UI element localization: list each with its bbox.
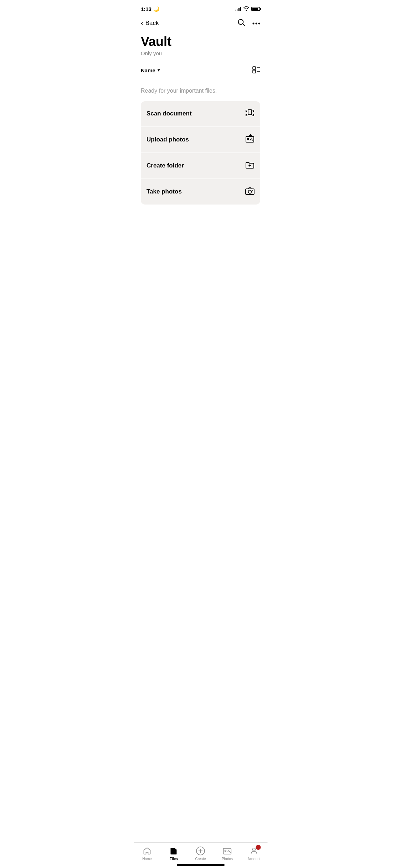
sort-button[interactable]: Name ▾: [141, 67, 160, 73]
create-folder-icon: [245, 160, 255, 171]
back-button[interactable]: ‹ Back: [141, 19, 159, 27]
svg-point-10: [247, 138, 249, 140]
svg-rect-4: [253, 67, 256, 69]
more-icon: [252, 22, 260, 25]
back-label: Back: [145, 20, 159, 27]
svg-point-15: [252, 190, 253, 191]
take-photos-icon: [245, 186, 255, 197]
wifi-icon: [243, 6, 249, 12]
scan-document-card[interactable]: Scan document: [141, 101, 260, 127]
take-photos-card[interactable]: Take photos: [141, 179, 260, 205]
take-photos-label: Take photos: [146, 188, 182, 195]
upload-photos-icon: [245, 134, 255, 145]
nav-bar: ‹ Back: [134, 16, 267, 32]
search-button[interactable]: [237, 19, 245, 27]
svg-point-2: [256, 23, 257, 25]
svg-rect-13: [246, 189, 254, 195]
sort-label: Name: [141, 67, 155, 73]
moon-icon: 🌙: [153, 6, 159, 12]
action-cards: Scan document Upload photos: [134, 101, 267, 205]
status-bar: 1:13 🌙: [134, 0, 267, 16]
scan-document-icon: [245, 108, 255, 119]
back-chevron-icon: ‹: [141, 19, 143, 27]
svg-rect-5: [253, 70, 256, 73]
upload-photos-label: Upload photos: [146, 136, 189, 143]
view-toggle-icon: [252, 66, 260, 73]
svg-rect-9: [246, 136, 254, 142]
svg-rect-8: [248, 110, 252, 115]
upload-photos-card[interactable]: Upload photos: [141, 127, 260, 153]
scan-document-label: Scan document: [146, 110, 192, 117]
signal-icon: [235, 7, 241, 11]
more-options-button[interactable]: [252, 20, 260, 26]
status-icons: [235, 6, 260, 12]
svg-point-3: [258, 23, 260, 25]
view-toggle-button[interactable]: [252, 66, 260, 74]
page-title: Vault: [141, 35, 260, 49]
nav-actions: [237, 19, 260, 27]
empty-state-message: Ready for your important files.: [134, 79, 267, 101]
create-folder-label: Create folder: [146, 162, 184, 169]
svg-point-14: [248, 190, 252, 193]
svg-point-1: [253, 23, 255, 25]
sort-bar: Name ▾: [134, 62, 267, 79]
page-subtitle: Only you: [141, 50, 260, 56]
create-folder-card[interactable]: Create folder: [141, 153, 260, 179]
battery-icon: [251, 7, 260, 11]
status-time: 1:13 🌙: [141, 6, 159, 12]
page-header: Vault Only you: [134, 32, 267, 62]
sort-chevron-icon: ▾: [158, 68, 160, 73]
search-icon: [237, 19, 245, 26]
